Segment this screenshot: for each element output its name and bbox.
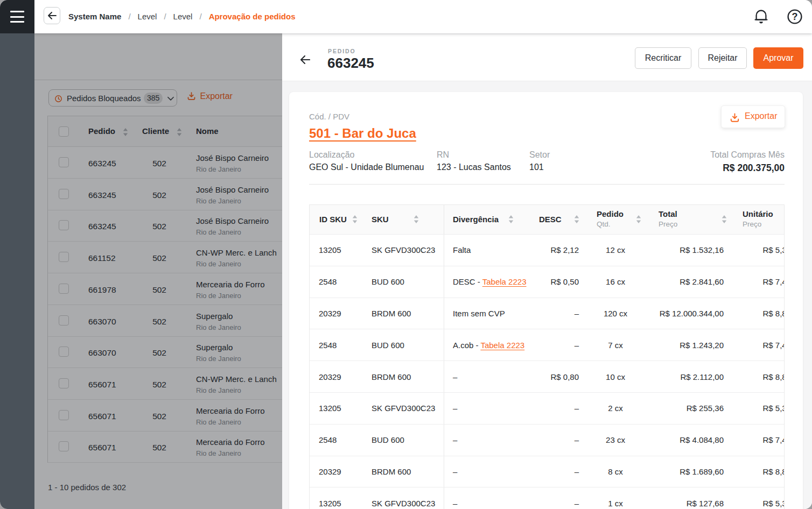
svg-text:?: ? [792,11,798,22]
